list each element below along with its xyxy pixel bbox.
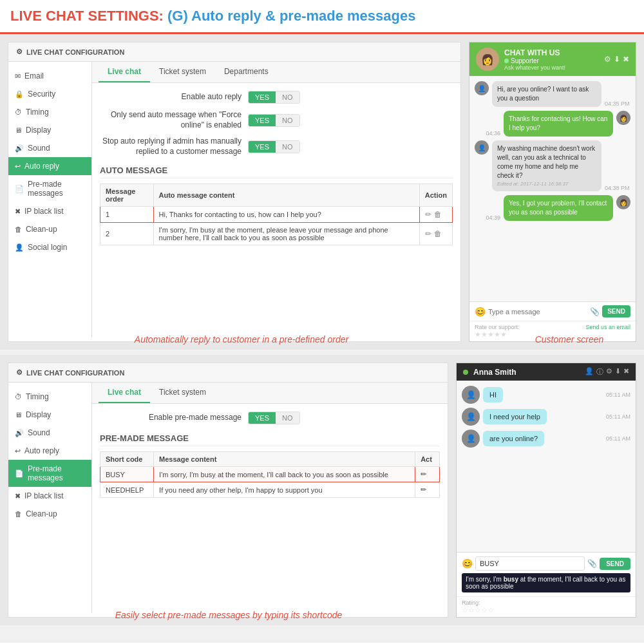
sidebar-item-timing[interactable]: ⏱ Timing [8, 103, 91, 121]
shortcode-input[interactable] [475, 556, 585, 571]
cell-order-1: 1 [100, 207, 154, 223]
toggle-btn-2[interactable]: YES NO [248, 114, 300, 127]
tabs-bar-bottom: Live chat Ticket system [92, 383, 448, 404]
sidebar-item-ipblacklist[interactable]: ✖ IP black list [8, 202, 91, 220]
msg-text-1: Hi, are you online? I want to ask you a … [492, 81, 601, 107]
bold-busy: busy [504, 576, 518, 583]
attachment-icon[interactable]: 📎 [590, 307, 600, 316]
cell-act-2: ✏ [415, 482, 440, 498]
expand-icon[interactable]: ⬇ [614, 55, 620, 64]
toggle-no-3[interactable]: NO [276, 141, 299, 153]
sidebar-item-premade-b[interactable]: 📄 Pre-made messages [8, 460, 91, 487]
bottom-section: ⚙ LIVE CHAT CONFIGURATION ⏱ Timing 🖥 Dis… [0, 355, 644, 625]
user-icon-bottom[interactable]: 👤 [585, 367, 594, 377]
sidebar-label-premade-b: Pre-made messages [28, 464, 85, 482]
sidebar-item-sound[interactable]: 🔊 Sound [8, 139, 91, 157]
chat-widget-header: 👩 CHAT WITH US Supporter Ask whatever yo… [469, 43, 636, 76]
toggle-yes-2[interactable]: YES [249, 115, 276, 126]
online-dot [463, 370, 468, 375]
bmsg-avatar-3: 👤 [462, 430, 480, 448]
sidebar-item-sound-b[interactable]: 🔊 Sound [8, 424, 91, 442]
delete-icon-2[interactable]: 🗑 [434, 229, 442, 238]
send-button-bottom[interactable]: SEND [600, 558, 630, 570]
chat-input-top-row: 😊 📎 SEND [462, 556, 630, 571]
panel-header-bottom: ⚙ LIVE CHAT CONFIGURATION [8, 363, 448, 383]
edit-icon-premade-2[interactable]: ✏ [421, 486, 426, 493]
tab-livechat-bottom[interactable]: Live chat [99, 383, 150, 403]
send-button-top[interactable]: SEND [602, 305, 630, 317]
block-icon: ✖ [15, 207, 21, 216]
message-row: 👤 Hi, are you online? I want to ask you … [475, 81, 630, 107]
chat-title: CHAT WITH US [504, 48, 565, 57]
banner-subtitle: (G) Auto reply & pre-made messages [167, 8, 416, 24]
chat-widget-bottom: Anna Smith 👤 ⓘ ⚙ ⬇ ✖ 👤 HI 05:11 AM 👤 [456, 363, 636, 618]
sidebar-label-timing: Timing [26, 108, 49, 117]
sound-icon: 🔊 [15, 144, 24, 153]
sidebar-item-cleanup-b[interactable]: 🗑 Clean-up [8, 505, 91, 523]
anna-name: Anna Smith [473, 368, 516, 377]
toggle-yes-3[interactable]: YES [249, 141, 276, 153]
sidebar-bottom: ⏱ Timing 🖥 Display 🔊 Sound ↩ Auto reply [8, 383, 92, 613]
tab-ticketsystem-bottom[interactable]: Ticket system [150, 383, 215, 403]
sidebar-item-display[interactable]: 🖥 Display [8, 121, 91, 139]
edit-icon-2[interactable]: ✏ [425, 229, 431, 238]
premade-icon: 📄 [15, 185, 24, 193]
table-row: 1 Hi, Thanks for contacting to us, how c… [100, 207, 453, 223]
chat-input[interactable] [488, 308, 587, 316]
msg-text-3: My washing machine doesn't work well, ca… [492, 140, 601, 191]
sidebar-item-autoreply[interactable]: ↩ Auto reply [8, 157, 91, 175]
toggle-btn-3[interactable]: YES NO [248, 140, 300, 153]
sidebar-label-security: Security [28, 90, 55, 99]
settings-icon-bottom[interactable]: ⚙ [606, 367, 612, 377]
shortcode-preview: I'm sorry, I'm busy at the moment, I'll … [462, 573, 630, 592]
toggle-btn-1[interactable]: YES NO [248, 91, 300, 104]
support-avatar: 👩 [476, 48, 499, 71]
tab-ticketsystem-top[interactable]: Ticket system [150, 62, 215, 82]
main-area: ⚙ LIVE CHAT CONFIGURATION ✉ Email 🔒 Secu… [0, 34, 644, 643]
user-avatar-2: 👤 [475, 140, 489, 155]
sidebar-item-sociallogin[interactable]: 👤 Social login [8, 238, 91, 256]
sidebar-item-security[interactable]: 🔒 Security [8, 85, 91, 103]
emoji-icon[interactable]: 😊 [475, 307, 486, 317]
gear-icon-2: ⚙ [16, 368, 23, 377]
close-icon-bottom[interactable]: ✖ [623, 367, 629, 377]
toggle-yes-1[interactable]: YES [249, 91, 276, 103]
sidebar-item-cleanup[interactable]: 🗑 Clean-up [8, 220, 91, 238]
emoji-icon-bottom[interactable]: 😊 [462, 558, 473, 569]
message-bubble: Hi, are you online? I want to ask you a … [492, 81, 601, 107]
sidebar-label-sociallogin: Social login [28, 243, 67, 252]
content-panel-top: Enable auto reply YES NO Only send auto … [92, 83, 460, 337]
toggle-no-2[interactable]: NO [276, 115, 299, 126]
toggle-no-1[interactable]: NO [276, 91, 299, 103]
tab-departments-top[interactable]: Departments [215, 62, 278, 82]
sidebar-item-display-b[interactable]: 🖥 Display [8, 406, 91, 424]
chat-header-icons: ⚙ ⬇ ✖ [604, 55, 629, 64]
table-row: BUSY I'm sorry, I'm busy at the moment, … [100, 467, 440, 482]
bmsg-avatar-1: 👤 [462, 386, 480, 404]
sidebar-item-premade[interactable]: 📄 Pre-made messages [8, 175, 91, 202]
delete-icon[interactable]: 🗑 [434, 210, 442, 219]
cell-code-1: BUSY [100, 467, 154, 482]
sidebar-item-email[interactable]: ✉ Email [8, 67, 91, 85]
toggle-no-premade[interactable]: NO [276, 412, 299, 424]
table-row: 2 I'm sorry, I'm busy at the moment, ple… [100, 223, 453, 245]
toggle-btn-premade[interactable]: YES NO [248, 412, 300, 424]
edit-icon[interactable]: ✏ [425, 210, 431, 219]
block-icon-2: ✖ [15, 492, 21, 500]
sidebar-label-autoreply: Auto reply [24, 162, 59, 171]
settings-icon[interactable]: ⚙ [604, 55, 611, 64]
edit-icon-premade[interactable]: ✏ [421, 470, 426, 478]
tab-livechat-top[interactable]: Live chat [99, 62, 150, 82]
toggle-label-1: Enable auto reply [100, 92, 242, 102]
info-icon[interactable]: ⓘ [596, 367, 603, 377]
rating-label: Rating: [462, 600, 480, 606]
admin-panel-top: ⚙ LIVE CHAT CONFIGURATION ✉ Email 🔒 Secu… [8, 42, 461, 342]
sidebar-item-ipblacklist-b[interactable]: ✖ IP black list [8, 487, 91, 505]
toggle-yes-premade[interactable]: YES [249, 412, 276, 424]
bottom-star-rating[interactable]: ☆☆☆☆☆ [462, 606, 630, 614]
sidebar-item-timing-b[interactable]: ⏱ Timing [8, 388, 91, 406]
close-icon[interactable]: ✖ [623, 55, 629, 64]
expand-icon-bottom[interactable]: ⬇ [615, 367, 621, 377]
attachment-icon-bottom[interactable]: 📎 [587, 559, 597, 568]
sidebar-item-autoreply-b[interactable]: ↩ Auto reply [8, 442, 91, 460]
